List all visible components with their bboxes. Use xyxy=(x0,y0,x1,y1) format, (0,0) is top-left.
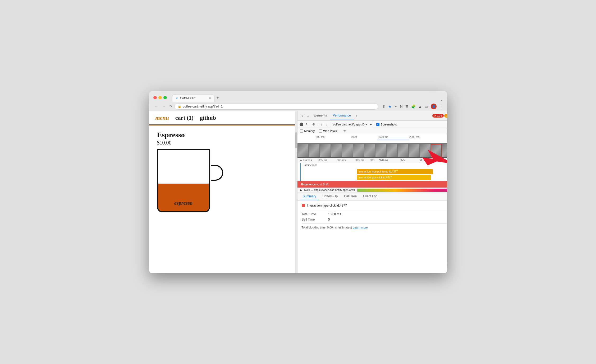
blocking-row: Total blocking time: 0.00ms (estimated) … xyxy=(302,226,447,229)
title-bar: ▼ Coffee cart ✕ + ⌄ xyxy=(149,91,447,102)
inspect-icon[interactable]: ⊹ xyxy=(300,113,305,119)
self-time-label: Self Time xyxy=(302,218,328,221)
minimize-button[interactable] xyxy=(158,96,162,99)
interactions-timeline: Interaction type:pointerup id:4377 Inter… xyxy=(300,168,447,181)
tab-performance[interactable]: Performance xyxy=(330,112,354,119)
tab-event-log[interactable]: Event Log xyxy=(360,193,380,200)
screenshots-checkbox[interactable]: ✓ xyxy=(376,123,379,126)
memory-checkbox[interactable] xyxy=(300,129,303,133)
sidebar-icon[interactable]: ▭ xyxy=(425,104,428,109)
screenshot-thumb-2 xyxy=(309,144,320,157)
ruler-mark-500: 500 ms xyxy=(316,136,325,138)
notion-icon[interactable]: N xyxy=(400,104,403,109)
clear-button[interactable]: 🗑 xyxy=(343,129,346,133)
browser-window: ▼ Coffee cart ✕ + ⌄ ← → ↻ 🔒 coffee-cart.… xyxy=(149,91,447,273)
profile-avatar[interactable]: 👤 xyxy=(431,104,437,109)
screenshot-thumb-4 xyxy=(331,144,342,157)
url-bar[interactable]: 🔒 coffee-cart.netlify.app/?ad=1 xyxy=(174,103,378,110)
interaction-pointerup-bar[interactable]: Interaction type:pointerup id:4377 xyxy=(357,169,433,174)
tab-elements[interactable]: Elements xyxy=(311,112,329,119)
memory-option[interactable]: Memory xyxy=(300,129,315,133)
devtools-options: Memory Web Vitals 🗑 xyxy=(297,128,447,134)
maximize-button[interactable] xyxy=(163,96,167,99)
main-thread-bar xyxy=(357,189,447,192)
traffic-lights xyxy=(153,96,167,99)
puzzle-icon[interactable]: 🧩 xyxy=(411,104,416,109)
separator: | xyxy=(318,123,318,126)
tab-bar: ▼ Coffee cart ✕ + ⌄ xyxy=(172,94,443,102)
active-tab[interactable]: ▼ Coffee cart ✕ xyxy=(172,95,214,102)
screenshot-thumb-9 xyxy=(386,144,397,157)
webpage-scrollbar-thumb[interactable] xyxy=(295,132,297,148)
error-badge: ✕ 124 xyxy=(432,114,444,118)
reload-button[interactable]: ↻ xyxy=(169,104,172,108)
devtools-toolbar: ↻ ⊘ | ↑ ↓ coffee-cart.netlify.app #3 ▾ ✓… xyxy=(297,121,447,128)
learn-more-link[interactable]: Learn more xyxy=(353,226,368,229)
screenshot-thumb-10 xyxy=(397,144,409,157)
chrome-menu-icon[interactable]: ⋮ xyxy=(439,104,443,109)
time-975: 975 xyxy=(401,159,405,162)
main-thread-label: Main — https://coffee-cart.netlify.app/?… xyxy=(304,189,355,192)
download-button[interactable]: ↓ xyxy=(325,122,329,127)
tab-call-tree[interactable]: Call Tree xyxy=(341,193,359,200)
time-965: 965 ms xyxy=(356,159,364,162)
expand-main-icon[interactable]: ▶ xyxy=(300,189,302,192)
forward-button[interactable]: → xyxy=(161,104,167,109)
frames-expand-icon[interactable]: ▶ xyxy=(300,159,302,162)
cart-link[interactable]: cart (1) xyxy=(175,114,194,121)
back-button[interactable]: ← xyxy=(153,104,159,109)
self-time-value: 0 xyxy=(328,218,330,221)
product1-name: Espresso xyxy=(157,131,289,139)
ruler-mark-1000: 1000 xyxy=(351,136,357,138)
experience-row: Experience yout Shift xyxy=(297,181,447,188)
bottom-tabs: Summary Bottom-Up Call Tree Event Log xyxy=(297,193,447,200)
cpu-graph xyxy=(297,139,447,143)
device-toolbar-icon[interactable]: □ xyxy=(306,113,311,118)
lighthouse-icon[interactable]: ▲ xyxy=(418,104,422,109)
github-link[interactable]: github xyxy=(200,114,216,121)
bookmark-icon[interactable]: ★ xyxy=(388,104,392,109)
reload-profile-button[interactable]: ↻ xyxy=(304,122,310,127)
record-button[interactable] xyxy=(300,123,303,126)
tab-favicon: ▼ xyxy=(176,97,178,100)
summary-panel: Interaction type:click id:4377 Total Tim… xyxy=(297,200,447,273)
warn-badge: ⚠ 1 xyxy=(444,114,447,118)
more-tabs-icon[interactable]: » xyxy=(354,113,359,118)
interactions-section: Interactions Interaction type:pointerup … xyxy=(297,163,447,181)
menu-link[interactable]: menu xyxy=(155,114,169,121)
total-time-value: 13.08 ms xyxy=(328,212,341,216)
session-select[interactable]: coffee-cart.netlify.app #3 ▾ xyxy=(330,122,373,127)
main-area: menu cart (1) github Espresso $10.00 esp… xyxy=(149,111,447,273)
webpage-scrollbar[interactable] xyxy=(295,111,297,273)
upload-button[interactable]: ↑ xyxy=(319,122,324,127)
extensions-icon[interactable]: ⊞ xyxy=(405,104,409,109)
ruler-mark-2000: 2000 ms xyxy=(409,136,419,138)
new-tab-button[interactable]: + xyxy=(214,94,221,102)
screenshot-thumb-7 xyxy=(364,144,375,157)
webpage-panel: menu cart (1) github Espresso $10.00 esp… xyxy=(149,111,297,273)
coffee-nav: menu cart (1) github xyxy=(149,111,297,125)
memory-label: Memory xyxy=(304,129,315,133)
timeline-ruler: 500 ms 1000 1500 ms 2000 ms CPU xyxy=(297,135,447,139)
close-button[interactable] xyxy=(153,96,157,99)
main-thread-row: ▶ Main — https://coffee-cart.netlify.app… xyxy=(297,188,447,193)
screenshot-thumb-1 xyxy=(297,144,309,157)
timeline-area: 500 ms 1000 1500 ms 2000 ms CPU NET xyxy=(297,134,447,143)
stop-button[interactable]: ⊘ xyxy=(311,122,317,127)
tab-close-button[interactable]: ✕ xyxy=(209,97,211,100)
divider-1 xyxy=(302,210,447,210)
summary-color-indicator xyxy=(302,204,305,207)
svg-marker-1 xyxy=(422,150,447,165)
share-icon[interactable]: ⬆ xyxy=(382,104,386,109)
web-vitals-option[interactable]: Web Vitals xyxy=(319,129,337,133)
svg-rect-0 xyxy=(342,143,343,143)
interaction-click-bar[interactable]: Interaction type:click id:4377 xyxy=(357,175,431,180)
scissors-icon[interactable]: ✂ xyxy=(394,104,397,109)
summary-title-text: Interaction type:click id:4377 xyxy=(307,204,347,207)
tab-summary[interactable]: Summary xyxy=(300,193,319,200)
coffee-content: Espresso $10.00 espresso Espresso Macchi… xyxy=(149,125,297,273)
tab-menu-button[interactable]: ⌄ xyxy=(440,98,443,102)
web-vitals-checkbox[interactable] xyxy=(319,129,322,133)
tab-bottom-up[interactable]: Bottom-Up xyxy=(320,193,340,200)
cup-fill xyxy=(158,184,209,211)
